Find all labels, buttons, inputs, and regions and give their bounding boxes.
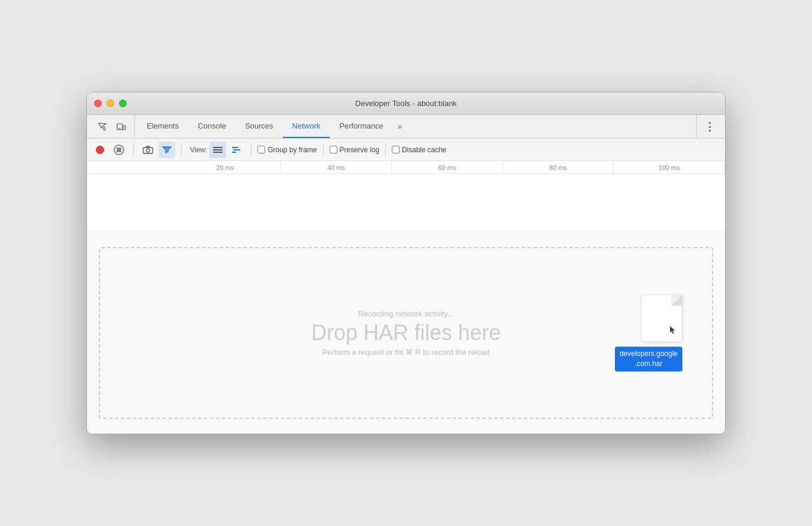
svg-rect-10 [232, 152, 236, 153]
toolbar-separator-5 [385, 143, 386, 156]
svg-rect-5 [213, 147, 223, 148]
tab-elements[interactable]: Elements [137, 115, 188, 138]
camera-button[interactable] [140, 142, 156, 158]
toolbar-separator-4 [323, 143, 324, 156]
view-list-button[interactable] [210, 142, 226, 158]
tabs-menu: ⋮ [696, 115, 723, 138]
tick-80ms: 80 ms [503, 161, 614, 174]
record-icon [96, 146, 104, 154]
stop-icon [114, 145, 124, 155]
recording-text: Recording network activity... [358, 309, 454, 318]
drop-zone[interactable]: Recording network activity... Drop HAR f… [99, 247, 713, 419]
svg-rect-7 [213, 152, 223, 153]
disable-cache-checkbox[interactable]: Disable cache [392, 146, 446, 154]
camera-icon [143, 146, 153, 154]
timeline-area: 20 ms 40 ms 60 ms 80 ms 100 ms [87, 161, 725, 232]
tabs-spacer [407, 115, 696, 138]
tick-40ms: 40 ms [281, 161, 392, 174]
devtools-window: Developer Tools - about:blank Elements C… [86, 92, 726, 434]
group-by-frame-input[interactable] [257, 146, 265, 153]
timeline-content [87, 174, 725, 232]
svg-rect-9 [233, 149, 240, 150]
tab-network[interactable]: Network [283, 115, 330, 138]
svg-rect-8 [232, 147, 238, 148]
tick-20ms: 20 ms [170, 161, 281, 174]
toggle-device-button[interactable] [113, 118, 130, 135]
network-toolbar: View: Group by frame Preserve log [87, 139, 725, 161]
disable-cache-input[interactable] [392, 146, 399, 153]
toolbar-separator-3 [251, 143, 252, 156]
view-label: View: [190, 146, 207, 154]
tab-icons-group [89, 115, 135, 138]
svg-rect-6 [213, 149, 223, 150]
record-button[interactable] [92, 142, 108, 158]
toolbar-separator-2 [181, 143, 182, 156]
view-waterfall-button[interactable] [228, 142, 245, 158]
waterfall-view-icon [231, 146, 242, 154]
close-button[interactable] [94, 100, 102, 107]
list-view-icon [212, 146, 223, 154]
tick-60ms: 60 ms [392, 161, 503, 174]
drop-har-text: Drop HAR files here [311, 320, 501, 345]
har-file-icon [641, 294, 682, 342]
tab-performance[interactable]: Performance [330, 115, 392, 138]
tab-sources[interactable]: Sources [236, 115, 283, 138]
titlebar: Developer Tools - about:blank [87, 92, 725, 115]
preserve-log-checkbox[interactable]: Preserve log [330, 146, 379, 154]
preserve-log-input[interactable] [330, 146, 337, 153]
filter-icon [162, 146, 172, 154]
tick-100ms: 100 ms [614, 161, 725, 174]
main-content: Recording network activity... Drop HAR f… [87, 232, 725, 434]
maximize-button[interactable] [119, 100, 127, 107]
devtools-menu-button[interactable]: ⋮ [701, 118, 718, 135]
toolbar-separator-1 [133, 143, 134, 156]
filter-button[interactable] [159, 142, 175, 158]
traffic-lights [94, 100, 127, 107]
tabs-bar: Elements Console Sources Network Perform… [87, 115, 725, 139]
inspect-element-button[interactable] [94, 118, 111, 135]
har-file-area: developers.google .com.har [615, 294, 682, 371]
svg-point-4 [146, 149, 150, 152]
svg-rect-1 [123, 126, 125, 130]
tab-console[interactable]: Console [188, 115, 236, 138]
group-by-frame-checkbox[interactable]: Group by frame [257, 146, 317, 154]
tab-more-button[interactable]: » [393, 115, 407, 138]
cursor-icon [669, 325, 677, 335]
window-title: Developer Tools - about:blank [355, 99, 457, 108]
har-link[interactable]: developers.google .com.har [615, 347, 682, 371]
reload-hint-text: Perform a request or hit ⌘ R to record t… [323, 348, 490, 357]
minimize-button[interactable] [107, 100, 114, 107]
stop-inner-icon [117, 147, 121, 152]
timeline-ruler: 20 ms 40 ms 60 ms 80 ms 100 ms [87, 161, 725, 174]
clear-button[interactable] [111, 142, 127, 158]
